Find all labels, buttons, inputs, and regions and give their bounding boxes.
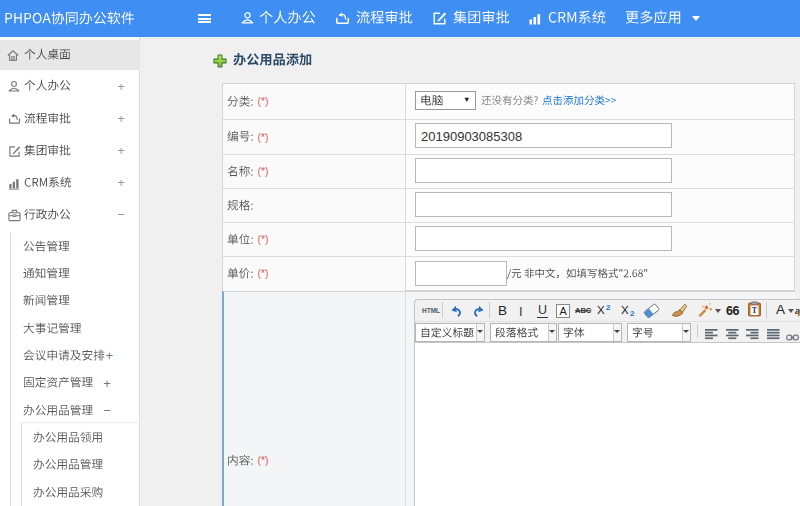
svg-text:T: T: [752, 306, 758, 315]
